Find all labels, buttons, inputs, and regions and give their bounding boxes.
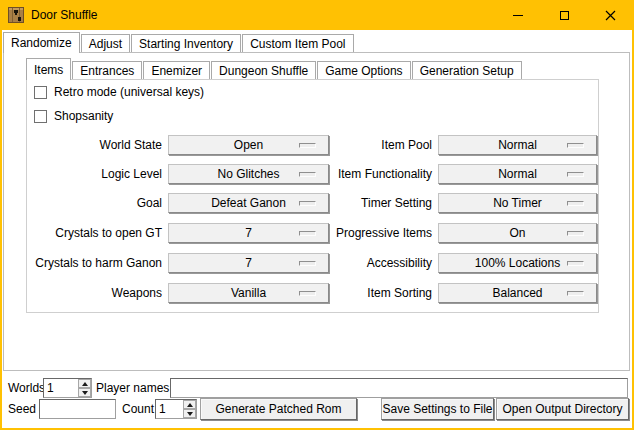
item-functionality-label: Item Functionality bbox=[282, 164, 432, 184]
close-button[interactable] bbox=[587, 0, 633, 30]
maximize-button[interactable] bbox=[541, 0, 587, 30]
dropdown-indicator-icon bbox=[567, 172, 584, 177]
goal-label: Goal bbox=[27, 193, 162, 213]
tab-generation-setup[interactable]: Generation Setup bbox=[412, 61, 522, 79]
world-state-label: World State bbox=[27, 135, 162, 155]
player-names-input[interactable] bbox=[170, 378, 628, 398]
titlebar[interactable]: Door Shuffle bbox=[0, 0, 634, 30]
count-spin-up-icon[interactable] bbox=[183, 400, 196, 409]
item-pool-label: Item Pool bbox=[282, 135, 432, 155]
close-icon bbox=[605, 10, 616, 21]
save-settings-button[interactable]: Save Settings to File bbox=[381, 398, 494, 420]
shopsanity-row: Shopsanity bbox=[34, 108, 113, 124]
outer-tab-bar: Randomize Adjust Starting Inventory Cust… bbox=[3, 32, 355, 53]
count-spin-down-icon[interactable] bbox=[183, 409, 196, 418]
item-sorting-dropdown[interactable]: Balanced bbox=[438, 283, 597, 303]
timer-setting-dropdown[interactable]: No Timer bbox=[438, 193, 597, 213]
door-icon bbox=[8, 7, 24, 23]
count-spinner[interactable]: 1 bbox=[155, 399, 197, 419]
timer-setting-label: Timer Setting bbox=[282, 193, 432, 213]
tab-game-options[interactable]: Game Options bbox=[317, 61, 410, 79]
inner-tab-bar: Items Entrances Enemizer Dungeon Shuffle… bbox=[26, 58, 523, 80]
option-row: Crystals to harm Ganon 7 Accessibility 1… bbox=[27, 253, 598, 275]
dropdown-indicator-icon bbox=[567, 291, 584, 296]
logic-level-label: Logic Level bbox=[27, 164, 162, 184]
tab-adjust[interactable]: Adjust bbox=[81, 34, 130, 52]
window-controls bbox=[495, 0, 633, 30]
minimize-icon bbox=[513, 15, 523, 16]
option-row: World State Open Item Pool Normal bbox=[27, 135, 598, 157]
item-pool-dropdown[interactable]: Normal bbox=[438, 135, 597, 155]
tab-starting-inventory[interactable]: Starting Inventory bbox=[131, 34, 241, 52]
worlds-spinner[interactable]: 1 bbox=[43, 378, 92, 398]
player-names-label: Player names bbox=[96, 378, 169, 398]
tab-dungeon-shuffle[interactable]: Dungeon Shuffle bbox=[211, 61, 316, 79]
count-label: Count bbox=[122, 399, 154, 419]
window-body: Randomize Adjust Starting Inventory Cust… bbox=[2, 30, 632, 428]
tab-custom-item-pool[interactable]: Custom Item Pool bbox=[242, 34, 353, 52]
generate-patched-rom-button[interactable]: Generate Patched Rom bbox=[200, 398, 357, 420]
dropdown-indicator-icon bbox=[567, 261, 584, 266]
shopsanity-label: Shopsanity bbox=[54, 109, 113, 123]
items-panel: Retro mode (universal keys) Shopsanity W… bbox=[26, 79, 599, 313]
randomize-panel: Items Entrances Enemizer Dungeon Shuffle… bbox=[3, 52, 630, 371]
weapons-label: Weapons bbox=[27, 283, 162, 303]
worlds-label: Worlds bbox=[8, 378, 45, 398]
progressive-items-dropdown[interactable]: On bbox=[438, 223, 597, 243]
tab-randomize[interactable]: Randomize bbox=[3, 32, 80, 53]
retro-mode-label: Retro mode (universal keys) bbox=[54, 85, 204, 99]
open-output-directory-button[interactable]: Open Output Directory bbox=[496, 398, 629, 420]
accessibility-dropdown[interactable]: 100% Locations bbox=[438, 253, 597, 273]
worlds-spin-up-icon[interactable] bbox=[78, 379, 91, 388]
minimize-button[interactable] bbox=[495, 0, 541, 30]
shopsanity-checkbox[interactable] bbox=[34, 110, 47, 123]
crystals-ganon-label: Crystals to harm Ganon bbox=[27, 253, 162, 273]
accessibility-label: Accessibility bbox=[282, 253, 432, 273]
tab-enemizer[interactable]: Enemizer bbox=[143, 61, 210, 79]
dropdown-indicator-icon bbox=[567, 201, 584, 206]
option-row: Weapons Vanilla Item Sorting Balanced bbox=[27, 283, 598, 305]
window-title: Door Shuffle bbox=[31, 0, 98, 30]
option-row: Logic Level No Glitches Item Functionali… bbox=[27, 164, 598, 186]
seed-input[interactable] bbox=[39, 399, 116, 419]
progressive-items-label: Progressive Items bbox=[282, 223, 432, 243]
tab-entrances[interactable]: Entrances bbox=[72, 61, 142, 79]
door-shuffle-window: Door Shuffle Randomize Adjust Starting I… bbox=[0, 0, 634, 430]
item-functionality-dropdown[interactable]: Normal bbox=[438, 164, 597, 184]
item-sorting-label: Item Sorting bbox=[282, 283, 432, 303]
option-row: Crystals to open GT 7 Progressive Items … bbox=[27, 223, 598, 245]
crystals-gt-label: Crystals to open GT bbox=[27, 223, 162, 243]
worlds-spin-down-icon[interactable] bbox=[78, 388, 91, 397]
tab-items[interactable]: Items bbox=[26, 58, 71, 80]
retro-mode-checkbox[interactable] bbox=[34, 86, 47, 99]
dropdown-indicator-icon bbox=[567, 143, 584, 148]
maximize-icon bbox=[560, 11, 569, 20]
option-row: Goal Defeat Ganon Timer Setting No Timer bbox=[27, 193, 598, 215]
dropdown-indicator-icon bbox=[567, 231, 584, 236]
retro-mode-row: Retro mode (universal keys) bbox=[34, 84, 204, 100]
